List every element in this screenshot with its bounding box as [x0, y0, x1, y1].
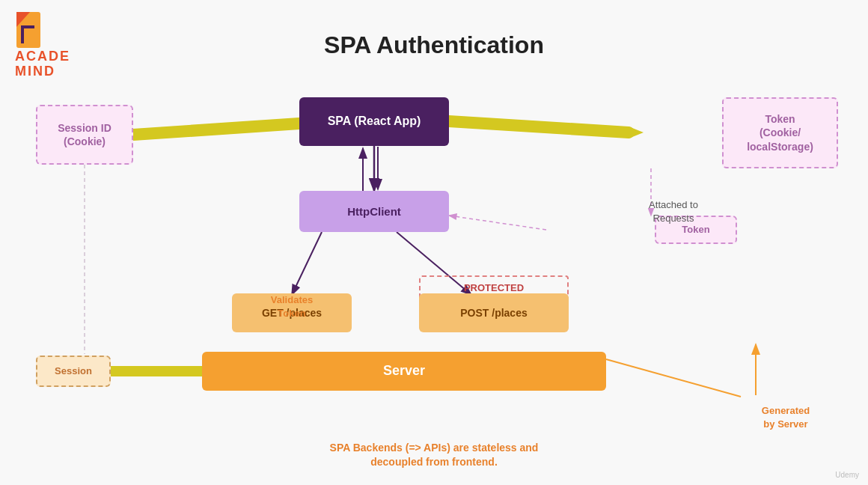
- attached-requests-label: Attached to Requests: [625, 198, 722, 225]
- generated-by-server-label: Generated by Server: [737, 404, 834, 431]
- diagram: Session ID (Cookie) SPA (React App) Toke…: [22, 82, 846, 470]
- session-id-box: Session ID (Cookie): [36, 105, 133, 165]
- svg-line-21: [292, 232, 322, 295]
- svg-marker-17: [629, 126, 644, 138]
- session-id-label: Session ID (Cookie): [58, 121, 111, 148]
- svg-line-28: [606, 359, 741, 397]
- svg-line-12: [133, 123, 299, 135]
- page-title: SPA Authentication: [0, 31, 868, 59]
- spa-label: SPA (React App): [328, 114, 421, 129]
- session-label: Session: [55, 365, 92, 378]
- watermark: Udemy: [835, 471, 859, 479]
- logo-line2: MIND: [15, 64, 55, 79]
- validates-token-label: Validates Token: [251, 293, 333, 320]
- footer-label: SPA Backends (=> APIs) are stateless and…: [22, 441, 846, 470]
- spa-box: SPA (React App): [299, 97, 449, 146]
- protected-label: PROTECTED: [464, 282, 524, 295]
- server-box: Server: [202, 352, 606, 391]
- httpclient-box: HttpClient: [299, 191, 449, 232]
- svg-rect-3: [21, 25, 34, 28]
- svg-line-24: [449, 216, 546, 230]
- post-places-label: POST /places: [460, 306, 527, 320]
- token-storage-box: Token (Cookie/ localStorage): [722, 97, 838, 168]
- svg-line-15: [449, 121, 629, 132]
- server-label: Server: [383, 362, 425, 379]
- httpclient-label: HttpClient: [347, 204, 401, 219]
- session-box: Session: [36, 356, 111, 387]
- token-storage-label: Token (Cookie/ localStorage): [747, 112, 813, 153]
- post-places-box: POST /places: [419, 293, 569, 332]
